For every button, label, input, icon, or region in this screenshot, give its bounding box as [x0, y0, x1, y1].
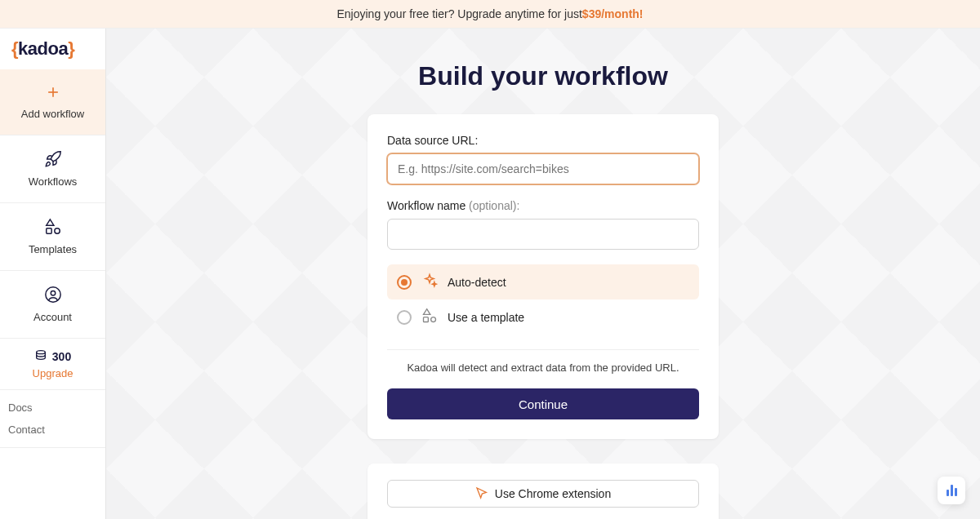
- credits-section: 300 Upgrade: [0, 339, 105, 390]
- sidebar-item-add-workflow[interactable]: Add workflow: [0, 69, 105, 135]
- svg-rect-2: [46, 228, 51, 233]
- cursor-icon: [475, 486, 488, 502]
- name-label: Workflow name (optional):: [387, 199, 699, 212]
- sidebar-item-workflows[interactable]: Workflows: [0, 135, 105, 203]
- page-title: Build your workflow: [418, 61, 668, 91]
- url-input[interactable]: [387, 153, 699, 184]
- option-use-template[interactable]: Use a template: [387, 299, 699, 335]
- banner-text: Enjoying your free tier? Upgrade anytime…: [336, 7, 581, 20]
- svg-point-3: [54, 228, 59, 233]
- sidebar-item-label: Add workflow: [21, 108, 84, 120]
- credits-value: 300: [52, 350, 71, 363]
- sparkles-icon: [421, 273, 438, 291]
- contact-link[interactable]: Contact: [8, 419, 97, 441]
- sidebar-item-label: Templates: [29, 243, 77, 255]
- sidebar: {kadoa} Add workflow Workflows Templates: [0, 29, 106, 519]
- sidebar-item-account[interactable]: Account: [0, 271, 105, 339]
- option-auto-detect[interactable]: Auto-detect: [387, 264, 699, 299]
- sidebar-footer: Docs Contact: [0, 390, 105, 448]
- plus-icon: [45, 84, 61, 103]
- option-label: Auto-detect: [448, 276, 506, 289]
- chrome-extension-button[interactable]: Use Chrome extension: [387, 480, 699, 508]
- banner-price: $39/month!: [582, 7, 644, 20]
- shapes-icon: [44, 218, 62, 238]
- radio-icon: [397, 310, 412, 325]
- sidebar-item-label: Workflows: [29, 175, 78, 188]
- logo[interactable]: {kadoa}: [0, 29, 105, 69]
- svg-rect-7: [424, 317, 429, 322]
- user-icon: [44, 286, 62, 306]
- coins-icon: [34, 348, 47, 364]
- name-input[interactable]: [387, 219, 699, 250]
- sidebar-item-label: Account: [33, 311, 72, 323]
- extension-card: Use Chrome extension Select data by simp…: [368, 464, 719, 519]
- docs-link[interactable]: Docs: [8, 397, 97, 419]
- bars-icon: [947, 485, 957, 496]
- svg-point-4: [45, 287, 60, 302]
- workflow-form-card: Data source URL: Workflow name (optional…: [368, 114, 719, 439]
- option-label: Use a template: [448, 311, 524, 324]
- upgrade-link[interactable]: Upgrade: [33, 367, 74, 379]
- continue-button[interactable]: Continue: [387, 388, 699, 419]
- main-content: Build your workflow Data source URL: Wor…: [106, 29, 980, 519]
- radio-icon: [397, 275, 412, 290]
- shapes-icon: [421, 308, 438, 326]
- url-label: Data source URL:: [387, 134, 699, 147]
- svg-point-8: [431, 317, 436, 322]
- upgrade-banner[interactable]: Enjoying your free tier? Upgrade anytime…: [0, 0, 980, 29]
- rocket-icon: [44, 150, 62, 171]
- sidebar-item-templates[interactable]: Templates: [0, 203, 105, 271]
- analytics-float-button[interactable]: [938, 477, 965, 504]
- svg-point-6: [36, 351, 45, 354]
- divider: [387, 349, 699, 350]
- form-hint: Kadoa will detect and extract data from …: [387, 362, 699, 374]
- svg-point-5: [51, 291, 56, 295]
